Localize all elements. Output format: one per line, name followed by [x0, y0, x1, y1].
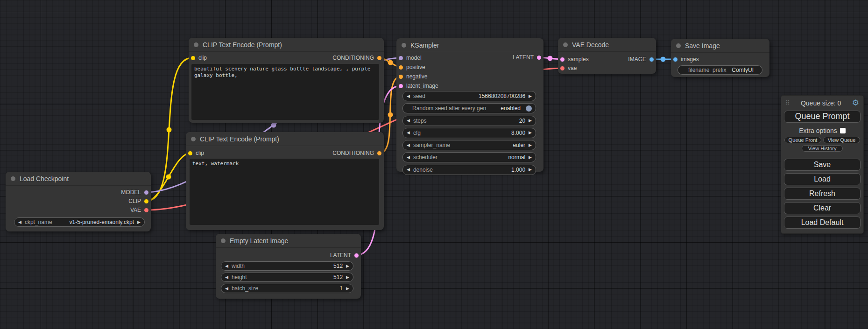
view-queue-button[interactable]: View Queue	[823, 137, 860, 143]
output-port-dot[interactable]	[144, 208, 148, 212]
save-button[interactable]: Save	[784, 159, 861, 171]
input-model[interactable]: model	[399, 55, 422, 61]
widget-filename-prefix[interactable]: filename_prefix ComfyUI	[677, 65, 762, 75]
collapse-dot-icon[interactable]	[563, 42, 568, 47]
decrement-arrow-icon[interactable]	[407, 119, 410, 123]
load-default-button[interactable]: Load Default	[784, 217, 861, 229]
output-port-dot[interactable]	[377, 151, 381, 155]
node-title-bar[interactable]: Load Checkpoint	[6, 172, 151, 186]
collapse-dot-icon[interactable]	[194, 42, 198, 47]
increment-arrow-icon[interactable]	[346, 275, 349, 280]
widget-seed[interactable]: seed 156680208700286	[402, 91, 536, 101]
input-port-dot[interactable]	[399, 84, 403, 88]
node-load-checkpoint[interactable]: Load Checkpoint MODEL CLIP VAE ckpt_name…	[6, 172, 151, 231]
node-graph-canvas[interactable]: Load Checkpoint MODEL CLIP VAE ckpt_name…	[0, 0, 868, 329]
input-samples[interactable]: samples	[560, 56, 589, 63]
output-clip[interactable]: CLIP	[128, 198, 148, 204]
output-port-dot[interactable]	[649, 57, 654, 62]
drag-handle-icon[interactable]: ⠿	[785, 99, 790, 106]
decrement-arrow-icon[interactable]	[225, 264, 228, 268]
node-title-bar[interactable]: Save Image	[671, 39, 769, 53]
collapse-dot-icon[interactable]	[402, 43, 406, 48]
output-port-dot[interactable]	[537, 56, 541, 60]
queue-prompt-button[interactable]: Queue Prompt	[784, 111, 861, 123]
input-port-dot[interactable]	[399, 75, 403, 79]
input-port-dot[interactable]	[560, 66, 565, 70]
input-clip[interactable]: clip	[191, 55, 207, 61]
output-vae[interactable]: VAE	[130, 207, 148, 213]
increment-arrow-icon[interactable]	[529, 143, 532, 147]
collapse-dot-icon[interactable]	[221, 238, 226, 243]
decrement-arrow-icon[interactable]	[407, 131, 410, 135]
output-image[interactable]: IMAGE	[628, 56, 654, 63]
widget-steps[interactable]: steps 20	[402, 116, 536, 126]
widget-width[interactable]: width 512	[221, 261, 353, 271]
collapse-dot-icon[interactable]	[676, 43, 681, 48]
output-latent[interactable]: LATENT	[513, 54, 541, 61]
output-port-dot[interactable]	[354, 253, 359, 258]
extra-options-checkbox[interactable]	[840, 128, 846, 133]
output-model[interactable]: MODEL	[121, 189, 148, 196]
view-history-button[interactable]: View History	[802, 145, 843, 152]
increment-arrow-icon[interactable]	[137, 220, 141, 224]
node-title-bar[interactable]: CLIP Text Encode (Prompt)	[186, 132, 384, 146]
output-conditioning[interactable]: CONDITIONING	[332, 55, 381, 61]
decrement-arrow-icon[interactable]	[18, 220, 21, 224]
widget-ckpt-name[interactable]: ckpt_name v1-5-pruned-emaonly.ckpt	[14, 217, 145, 227]
output-port-dot[interactable]	[144, 199, 148, 203]
input-images[interactable]: images	[673, 56, 699, 63]
node-clip-text-encode-positive[interactable]: CLIP Text Encode (Prompt) clip CONDITION…	[189, 38, 384, 123]
input-port-dot[interactable]	[399, 65, 403, 70]
decrement-arrow-icon[interactable]	[225, 275, 228, 280]
collapse-dot-icon[interactable]	[11, 176, 15, 181]
output-port-dot[interactable]	[144, 190, 148, 195]
widget-batch-size[interactable]: batch_size 1	[221, 284, 353, 293]
increment-arrow-icon[interactable]	[529, 94, 532, 98]
collapse-dot-icon[interactable]	[191, 137, 196, 141]
queue-front-button[interactable]: Queue Front	[784, 137, 821, 143]
decrement-arrow-icon[interactable]	[407, 168, 410, 172]
increment-arrow-icon[interactable]	[529, 131, 532, 135]
increment-arrow-icon[interactable]	[346, 287, 349, 291]
widget-height[interactable]: height 512	[221, 273, 353, 282]
increment-arrow-icon[interactable]	[529, 155, 532, 160]
prompt-textarea[interactable]: beautiful scenery nature glass bottle la…	[191, 64, 379, 120]
output-latent[interactable]: LATENT	[330, 252, 359, 259]
input-port-dot[interactable]	[191, 56, 195, 60]
increment-arrow-icon[interactable]	[529, 168, 532, 172]
toggle-dot-icon[interactable]	[526, 105, 532, 112]
node-title-bar[interactable]: VAE Decode	[558, 38, 656, 52]
node-ksampler[interactable]: KSampler model positive negative latent_…	[396, 38, 543, 172]
gear-icon[interactable]: ⚙	[852, 99, 859, 107]
input-negative[interactable]: negative	[399, 73, 427, 80]
prompt-textarea[interactable]: text, watermark	[190, 159, 379, 225]
widget-denoise[interactable]: denoise 1.000	[402, 165, 536, 175]
input-port-dot[interactable]	[673, 57, 677, 62]
widget-random-seed-toggle[interactable]: Random seed after every gen enabled	[402, 103, 536, 113]
node-empty-latent-image[interactable]: Empty Latent Image LATENT width 512 heig…	[216, 234, 361, 299]
input-port-dot[interactable]	[560, 57, 565, 62]
node-save-image[interactable]: Save Image images filename_prefix ComfyU…	[671, 39, 769, 77]
decrement-arrow-icon[interactable]	[225, 287, 228, 291]
increment-arrow-icon[interactable]	[346, 264, 349, 268]
node-clip-text-encode-negative[interactable]: CLIP Text Encode (Prompt) clip CONDITION…	[186, 132, 384, 230]
increment-arrow-icon[interactable]	[529, 119, 532, 123]
node-title-bar[interactable]: CLIP Text Encode (Prompt)	[189, 38, 384, 52]
widget-scheduler[interactable]: scheduler normal	[402, 152, 536, 162]
input-positive[interactable]: positive	[399, 64, 425, 70]
clear-button[interactable]: Clear	[784, 202, 861, 214]
widget-cfg[interactable]: cfg 8.000	[402, 128, 536, 138]
input-vae[interactable]: vae	[560, 65, 577, 71]
input-clip[interactable]: clip	[188, 150, 204, 156]
decrement-arrow-icon[interactable]	[407, 155, 410, 160]
decrement-arrow-icon[interactable]	[407, 143, 410, 147]
output-conditioning[interactable]: CONDITIONING	[332, 150, 381, 156]
node-title-bar[interactable]: KSampler	[396, 38, 543, 52]
widget-sampler-name[interactable]: sampler_name euler	[402, 140, 536, 150]
decrement-arrow-icon[interactable]	[407, 94, 410, 98]
input-port-dot[interactable]	[188, 151, 192, 155]
load-button[interactable]: Load	[784, 173, 861, 185]
node-title-bar[interactable]: Empty Latent Image	[216, 234, 361, 248]
input-latent-image[interactable]: latent_image	[399, 83, 438, 89]
output-port-dot[interactable]	[377, 56, 381, 60]
